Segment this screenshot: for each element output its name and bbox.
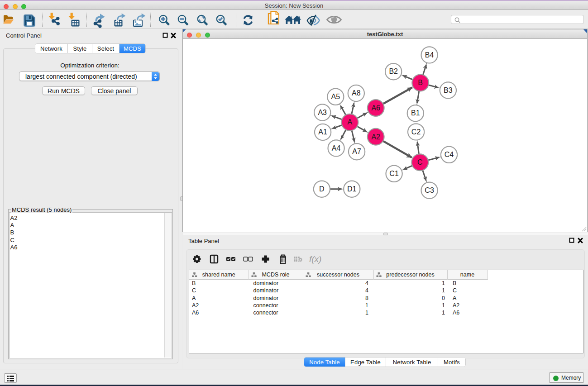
svg-text:D1: D1	[347, 185, 357, 193]
svg-text:A2: A2	[371, 133, 380, 141]
svg-text:A8: A8	[352, 89, 361, 97]
svg-text:A3: A3	[318, 109, 327, 116]
svg-text:C4: C4	[445, 151, 454, 158]
svg-text:C: C	[417, 158, 423, 166]
svg-text:B3: B3	[444, 86, 453, 94]
svg-text:A7: A7	[352, 148, 361, 155]
svg-text:C3: C3	[425, 186, 434, 194]
svg-text:A1: A1	[318, 128, 327, 136]
svg-text:B4: B4	[425, 51, 434, 59]
svg-text:B1: B1	[411, 109, 420, 117]
svg-text:A5: A5	[331, 93, 340, 100]
svg-text:B2: B2	[389, 67, 398, 75]
svg-text:f(x): f(x)	[309, 254, 321, 264]
svg-text:A6: A6	[371, 104, 380, 112]
svg-text:A: A	[348, 118, 353, 126]
svg-text:C2: C2	[411, 128, 421, 136]
svg-text:A4: A4	[332, 144, 341, 152]
svg-text:D: D	[319, 185, 325, 193]
svg-text:C1: C1	[389, 170, 399, 177]
svg-text:B: B	[418, 79, 423, 86]
